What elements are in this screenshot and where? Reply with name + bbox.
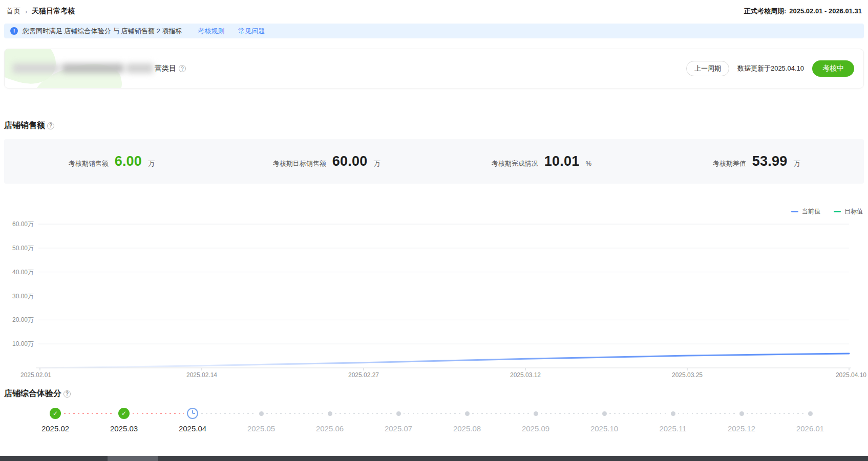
svg-text:2025.03.12: 2025.03.12 [510,371,541,378]
breadcrumb-home[interactable]: 首页 [6,7,20,16]
pending-dot-icon [671,411,675,416]
timeline-month: 2025.08 [433,407,501,433]
timeline-month: 2025.12 [707,407,776,433]
metric-label: 考核期目标销售额 [273,159,326,168]
timeline-month: ✓2025.03 [90,407,158,433]
sales-section-title-text: 店铺销售额 [4,120,45,131]
timeline-month: 2025.05 [227,407,295,433]
svg-text:2025.02.14: 2025.02.14 [186,371,217,378]
tmall-daily-assessment-page: 首页 › 天猫日常考核 正式考核周期:2025.02.01 - 2026.01.… [0,0,868,461]
info-banner-text: 您需同时满足 店铺综合体验分 与 店铺销售额 2 项指标 [23,27,182,36]
metric-value: 60.00 [332,153,368,169]
main-category-label: 营类目 [155,64,176,73]
metric-label: 考核期销售额 [69,159,109,168]
legend-item[interactable]: 目标值 [834,207,863,215]
category-help-icon[interactable]: ? [179,65,186,72]
top-bar: 首页 › 天猫日常考核 正式考核周期:2025.02.01 - 2026.01.… [0,0,868,17]
svg-text:60.00万: 60.00万 [12,221,34,228]
legend-dash-icon [834,211,841,212]
status-badge: 考核中 [812,60,854,77]
timeline-month: 2026.01 [776,407,844,433]
metric-label: 考核期完成情况 [492,159,538,168]
metric-completion-rate: 考核期完成情况 10.01 % [434,153,649,169]
svg-text:40.00万: 40.00万 [12,269,34,276]
metric-gap-value: 考核期差值 53.99 万 [649,153,864,169]
timeline-month-label: 2025.12 [728,424,755,433]
data-updated-text: 数据更新于2025.04.10 [737,64,804,73]
pending-dot-icon [465,411,470,416]
svg-text:20.00万: 20.00万 [12,316,34,323]
pending-dot-icon [534,411,538,416]
sales-metrics-panel: 考核期销售额 6.00 万 考核期目标销售额 60.00 万 考核期完成情况 1… [4,139,864,184]
horizontal-scrollbar-track[interactable] [0,456,868,461]
timeline-month-label: 2025.02 [41,424,69,433]
svg-text:2025.04.10: 2025.04.10 [836,371,866,378]
sales-section-title: 店铺销售额 ? [4,120,864,131]
svg-text:10.00万: 10.00万 [12,340,34,347]
shop-info: 营类目 ? [13,49,186,88]
legend-dash-icon [791,211,798,212]
timeline-month-label: 2025.10 [590,424,618,433]
breadcrumb-current: 天猫日常考核 [32,7,75,16]
metric-period-sales: 考核期销售额 6.00 万 [4,153,219,169]
metric-value: 6.00 [115,153,142,169]
metric-label: 考核期差值 [713,159,746,168]
pending-dot-icon [739,411,744,416]
previous-cycle-button[interactable]: 上一周期 [686,61,729,76]
timeline-month-label: 2025.03 [110,424,138,433]
svg-text:2025.03.25: 2025.03.25 [672,371,703,378]
timeline-month: 2025.11 [639,407,707,433]
svg-text:30.00万: 30.00万 [12,293,34,300]
shop-card-actions: 上一周期 数据更新于2025.04.10 考核中 [686,49,854,88]
metric-unit: % [585,160,591,167]
legend-label: 目标值 [844,207,863,216]
timeline-month-label: 2025.11 [659,424,686,433]
metric-unit: 万 [373,159,380,168]
experience-section-title-text: 店铺综合体验分 [4,388,61,399]
assessment-cycle: 正式考核周期:2025.02.01 - 2026.01.31 [744,7,862,16]
legend-item[interactable]: 当前值 [791,207,820,215]
timeline-month-label: 2025.04 [179,424,206,433]
shop-card: 营类目 ? 上一周期 数据更新于2025.04.10 考核中 [4,49,864,89]
pending-dot-icon [396,411,401,416]
metric-value: 53.99 [752,153,788,169]
timeline-month: 2025.07 [364,407,433,433]
clock-icon [187,408,198,419]
pending-dot-icon [259,411,264,416]
timeline-month-label: 2025.07 [385,424,412,433]
experience-help-icon[interactable]: ? [63,390,71,398]
metric-value: 10.01 [544,153,580,169]
check-circle-icon: ✓ [50,408,61,419]
link-faq[interactable]: 常见问题 [238,27,265,36]
timeline-month-label: 2026.01 [796,424,824,433]
sales-line-chart[interactable]: 10.00万20.00万30.00万40.00万50.00万60.00万2025… [0,216,868,378]
info-banner: ! 您需同时满足 店铺综合体验分 与 店铺销售额 2 项指标 考核规则 常见问题 [4,24,864,38]
timeline-month-label: 2025.05 [247,424,275,433]
sales-help-icon[interactable]: ? [47,122,54,129]
link-assessment-rules[interactable]: 考核规则 [198,27,224,36]
experience-section-title: 店铺综合体验分 ? [4,388,864,399]
metric-target-sales: 考核期目标销售额 60.00 万 [219,153,434,169]
timeline-month-label: 2025.09 [522,424,549,433]
redacted-shop-name [13,62,154,75]
assessment-cycle-label: 正式考核周期: [744,7,786,15]
pending-dot-icon [328,411,332,416]
check-circle-icon: ✓ [118,408,130,419]
legend-label: 当前值 [802,207,820,216]
pending-dot-icon [808,411,813,416]
svg-text:50.00万: 50.00万 [12,245,34,252]
svg-text:2025.02.01: 2025.02.01 [20,371,51,378]
timeline-month-label: 2025.08 [453,424,481,433]
info-icon: ! [10,27,18,35]
metric-unit: 万 [148,159,155,168]
svg-text:2025.02.27: 2025.02.27 [348,371,379,378]
breadcrumb-separator-icon: › [25,8,27,15]
pending-dot-icon [602,411,607,416]
metric-unit: 万 [793,159,800,168]
experience-timeline: ✓2025.02✓2025.032025.042025.052025.06202… [0,407,868,441]
horizontal-scrollbar-thumb[interactable] [108,456,158,461]
timeline-month: 2025.06 [295,407,364,433]
timeline-month-label: 2025.06 [316,424,344,433]
timeline-month: 2025.10 [570,407,639,433]
timeline-month: ✓2025.02 [21,407,90,433]
